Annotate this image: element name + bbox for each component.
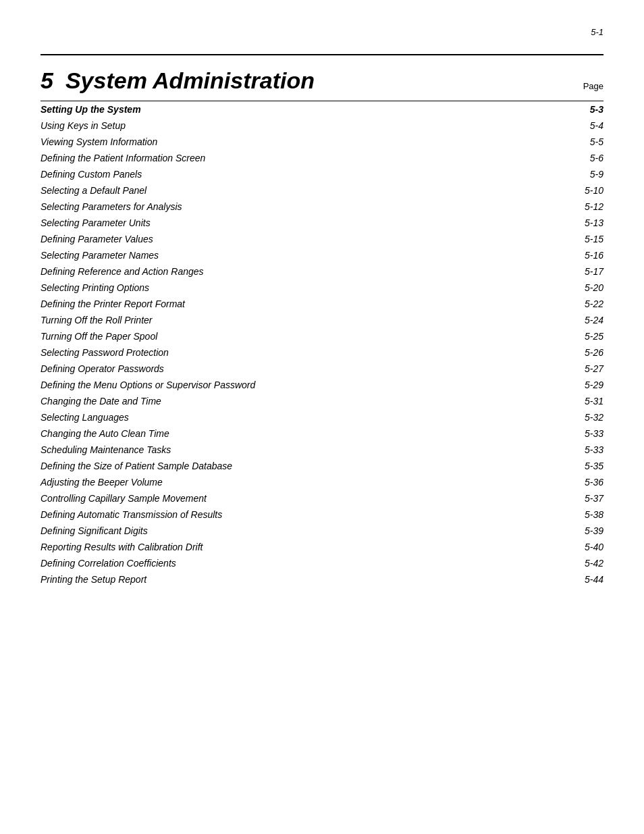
toc-row: Defining the Printer Report Format5-22 xyxy=(41,296,603,312)
toc-entry-title: Selecting Parameter Units xyxy=(41,215,491,231)
toc-row: Defining Operator Passwords5-27 xyxy=(41,361,603,377)
toc-row: Reporting Results with Calibration Drift… xyxy=(41,539,603,555)
toc-entry-page: 5-37 xyxy=(491,490,603,506)
toc-entry-page: 5-12 xyxy=(491,199,603,215)
toc-row: Turning Off the Roll Printer5-24 xyxy=(41,312,603,328)
toc-entry-title: Viewing System Information xyxy=(41,134,491,150)
toc-row: Viewing System Information5-5 xyxy=(41,134,603,150)
toc-entry-page: 5-44 xyxy=(491,571,603,588)
toc-row: Selecting Printing Options5-20 xyxy=(41,280,603,296)
toc-row: Changing the Auto Clean Time5-33 xyxy=(41,425,603,442)
toc-row: Changing the Date and Time5-31 xyxy=(41,393,603,409)
toc-row: Selecting Parameters for Analysis5-12 xyxy=(41,199,603,215)
toc-entry-title: Defining the Printer Report Format xyxy=(41,296,491,312)
toc-entry-page: 5-13 xyxy=(491,215,603,231)
toc-entry-page: 5-36 xyxy=(491,474,603,490)
toc-row: Defining Automatic Transmission of Resul… xyxy=(41,506,603,523)
chapter-number: 5 xyxy=(41,68,53,94)
toc-row: Selecting Parameter Units5-13 xyxy=(41,215,603,231)
toc-entry-title: Turning Off the Paper Spool xyxy=(41,328,491,344)
toc-entry-title: Reporting Results with Calibration Drift xyxy=(41,539,491,555)
toc-entry-page: 5-32 xyxy=(491,409,603,425)
toc-row: Defining the Menu Options or Supervisor … xyxy=(41,377,603,393)
toc-entry-title: Defining Operator Passwords xyxy=(41,361,491,377)
toc-row: Controlling Capillary Sample Movement5-3… xyxy=(41,490,603,506)
toc-row: Scheduling Maintenance Tasks5-33 xyxy=(41,442,603,458)
toc-entry-page: 5-25 xyxy=(491,328,603,344)
toc-entry-page: 5-20 xyxy=(491,280,603,296)
toc-row: Defining Significant Digits5-39 xyxy=(41,523,603,539)
chapter-header: 5 System Administration Page xyxy=(41,54,603,94)
toc-row: Selecting Parameter Names5-16 xyxy=(41,247,603,263)
toc-entry-title: Selecting Parameters for Analysis xyxy=(41,199,491,215)
toc-row: Adjusting the Beeper Volume5-36 xyxy=(41,474,603,490)
toc-entry-title: Controlling Capillary Sample Movement xyxy=(41,490,491,506)
toc-entry-page: 5-10 xyxy=(491,182,603,199)
toc-entry-title: Selecting Password Protection xyxy=(41,344,491,361)
toc-entry-title: Selecting Languages xyxy=(41,409,491,425)
toc-entry-title: Selecting Printing Options xyxy=(41,280,491,296)
toc-entry-title: Defining Significant Digits xyxy=(41,523,491,539)
toc-row: Defining Custom Panels5-9 xyxy=(41,166,603,182)
toc-table: Setting Up the System5-3Using Keys in Se… xyxy=(41,101,603,588)
toc-entry-title: Changing the Auto Clean Time xyxy=(41,425,491,442)
toc-row: Turning Off the Paper Spool5-25 xyxy=(41,328,603,344)
chapter-title: System Administration xyxy=(65,68,315,94)
toc-entry-page: 5-31 xyxy=(491,393,603,409)
toc-entry-page: 5-17 xyxy=(491,263,603,280)
toc-entry-title: Adjusting the Beeper Volume xyxy=(41,474,491,490)
toc-entry-page: 5-16 xyxy=(491,247,603,263)
toc-entry-page: 5-33 xyxy=(491,425,603,442)
toc-row: Defining Parameter Values5-15 xyxy=(41,231,603,247)
toc-entry-title: Defining Correlation Coefficients xyxy=(41,555,491,571)
toc-entry-title: Using Keys in Setup xyxy=(41,118,491,134)
toc-entry-page: 5-27 xyxy=(491,361,603,377)
toc-entry-page: 5-38 xyxy=(491,506,603,523)
toc-entry-page: 5-39 xyxy=(491,523,603,539)
toc-entry-title: Defining Parameter Values xyxy=(41,231,491,247)
toc-entry-page: 5-35 xyxy=(491,458,603,474)
toc-entry-title: Setting Up the System xyxy=(41,101,491,118)
toc-entry-page: 5-6 xyxy=(491,150,603,166)
toc-entry-title: Printing the Setup Report xyxy=(41,571,491,588)
toc-entry-page: 5-5 xyxy=(491,134,603,150)
toc-entry-page: 5-33 xyxy=(491,442,603,458)
toc-entry-title: Turning Off the Roll Printer xyxy=(41,312,491,328)
toc-row: Printing the Setup Report5-44 xyxy=(41,571,603,588)
toc-row: Defining the Size of Patient Sample Data… xyxy=(41,458,603,474)
toc-row: Selecting Languages5-32 xyxy=(41,409,603,425)
toc-entry-title: Defining the Size of Patient Sample Data… xyxy=(41,458,491,474)
toc-entry-title: Defining the Menu Options or Supervisor … xyxy=(41,377,491,393)
toc-entry-page: 5-40 xyxy=(491,539,603,555)
page-wrapper: 5-1 5 System Administration Page Setting… xyxy=(0,0,644,834)
toc-entry-page: 5-24 xyxy=(491,312,603,328)
toc-row: Defining Correlation Coefficients5-42 xyxy=(41,555,603,571)
toc-entry-page: 5-42 xyxy=(491,555,603,571)
toc-entry-title: Defining Reference and Action Ranges xyxy=(41,263,491,280)
toc-entry-title: Defining Automatic Transmission of Resul… xyxy=(41,506,491,523)
page-col-header: Page xyxy=(583,81,603,91)
toc-row: Defining the Patient Information Screen5… xyxy=(41,150,603,166)
page-number: 5-1 xyxy=(591,27,603,37)
toc-entry-title: Defining the Patient Information Screen xyxy=(41,150,491,166)
toc-row: Selecting a Default Panel5-10 xyxy=(41,182,603,199)
toc-entry-page: 5-26 xyxy=(491,344,603,361)
toc-entry-title: Defining Custom Panels xyxy=(41,166,491,182)
toc-row: Selecting Password Protection5-26 xyxy=(41,344,603,361)
toc-entry-title: Changing the Date and Time xyxy=(41,393,491,409)
toc-entry-page: 5-22 xyxy=(491,296,603,312)
toc-entry-page: 5-9 xyxy=(491,166,603,182)
toc-row: Setting Up the System5-3 xyxy=(41,101,603,118)
toc-entry-title: Selecting a Default Panel xyxy=(41,182,491,199)
toc-entry-page: 5-4 xyxy=(491,118,603,134)
toc-entry-page: 5-15 xyxy=(491,231,603,247)
toc-entry-title: Selecting Parameter Names xyxy=(41,247,491,263)
chapter-title-group: 5 System Administration xyxy=(41,68,315,94)
toc-entry-page: 5-3 xyxy=(491,101,603,118)
toc-row: Using Keys in Setup5-4 xyxy=(41,118,603,134)
toc-entry-title: Scheduling Maintenance Tasks xyxy=(41,442,491,458)
toc-row: Defining Reference and Action Ranges5-17 xyxy=(41,263,603,280)
toc-entry-page: 5-29 xyxy=(491,377,603,393)
